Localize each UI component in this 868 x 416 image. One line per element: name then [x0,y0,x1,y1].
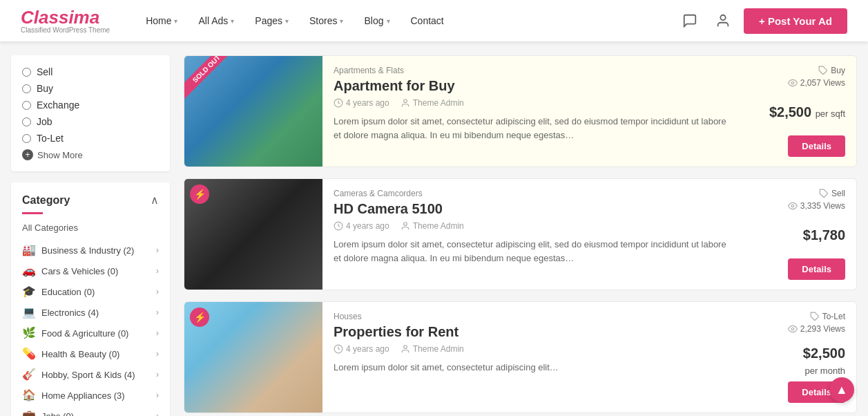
ad-tag-type: Sell [819,189,845,198]
collapse-button[interactable]: ∧ [151,193,159,207]
svg-point-4 [791,82,794,84]
ad-title[interactable]: Apartment for Buy [334,78,735,94]
messages-icon[interactable] [677,8,702,33]
chevron-down-icon: ▾ [174,17,177,25]
nav-stores[interactable]: Stores ▾ [301,10,351,32]
chevron-right-icon: › [156,266,159,276]
ad-image-wrapper: SOLD OUT [184,56,322,167]
ad-tag-type: Buy [818,66,845,75]
ad-price: $2,500 [803,346,845,361]
chevron-right-icon: › [156,370,159,379]
chevron-down-icon: ▾ [231,17,234,25]
details-button-camera[interactable]: Details [788,258,845,280]
nav-blog[interactable]: Blog ▾ [356,10,398,32]
eye-icon [788,324,798,334]
category-item-home-appliances[interactable]: 🏠 Home Appliances (3) › [22,385,159,406]
radio-tolet[interactable]: To-Let [22,133,159,144]
nav-pages[interactable]: Pages ▾ [247,10,297,32]
scroll-top-button[interactable]: ▲ [829,377,854,402]
category-item-electronics[interactable]: 💻 Electronics (4) › [22,302,159,323]
svg-point-2 [403,100,407,103]
radio-buy[interactable]: Buy [22,83,159,94]
ad-card-apartment: SOLD OUT Apartments & Flats Apartment fo… [184,55,857,167]
ad-views: 2,057 Views [788,78,845,88]
tag-icon [818,66,828,75]
ad-right-apartment: Buy 2,057 Views $2,500 per sqft Details [746,56,856,167]
ad-title[interactable]: HD Camera 5100 [334,201,735,217]
ad-price: $2,500 per sqft [769,104,845,120]
ad-category: Houses [334,312,735,321]
ad-time: 4 years ago [334,98,389,108]
ad-tags: To-Let 2,293 Views [788,312,845,334]
clock-icon [334,221,343,231]
header: Classima Classified WordPress Theme Home… [0,0,868,41]
category-title: Category [22,194,70,207]
svg-point-0 [720,15,725,20]
category-item-hobby[interactable]: 🎸 Hobby, Sport & Kids (4) › [22,364,159,385]
clock-icon [334,344,343,354]
ad-views: 2,293 Views [788,324,845,334]
category-item-jobs[interactable]: 💼 Jobs (0) › [22,406,159,416]
logo-sub: Classified WordPress Theme [21,26,110,34]
details-button-apartment[interactable]: Details [788,135,845,157]
chevron-right-icon: › [156,328,159,338]
radio-sell[interactable]: Sell [22,66,159,77]
nav-home[interactable]: Home ▾ [137,10,186,32]
user-icon [401,221,410,231]
eye-icon [788,78,798,88]
category-item-food[interactable]: 🌿 Food & Agriculture (0) › [22,323,159,343]
show-more-button[interactable]: + Show More [22,149,83,160]
category-item-cars[interactable]: 🚗 Cars & Vehicles (0) › [22,261,159,281]
chevron-right-icon: › [156,390,159,400]
chevron-down-icon: ▾ [340,17,343,25]
main-content: SOLD OUT Apartments & Flats Apartment fo… [184,55,857,416]
svg-point-12 [791,328,794,330]
user-icon[interactable] [711,8,735,33]
post-ad-button[interactable]: + Post Your Ad [744,8,847,34]
chevron-right-icon: › [156,245,159,255]
ad-author: Theme Admin [401,221,464,231]
tag-icon [810,312,820,321]
chevron-right-icon: › [156,349,159,359]
header-actions: + Post Your Ad [677,8,847,34]
ad-category: Apartments & Flats [334,66,735,75]
page-layout: Sell Buy Exchange Job To-Let [0,41,868,416]
education-icon: 🎓 [22,285,36,299]
clock-icon [334,98,343,108]
plus-icon: + [22,149,33,160]
user-icon [401,98,410,108]
radio-job[interactable]: Job [22,116,159,127]
hobby-icon: 🎸 [22,368,36,381]
cars-icon: 🚗 [22,264,36,278]
ad-category: Cameras & Camcorders [334,189,735,198]
ad-description: Lorem ipsum dolor sit amet, consectetur … [334,361,735,375]
radio-exchange[interactable]: Exchange [22,100,159,111]
svg-point-10 [403,346,407,349]
ad-price-container: $2,500 per month [803,346,845,376]
ad-tag-type: To-Let [810,312,845,321]
category-item-business[interactable]: 🏭 Business & Industry (2) › [22,240,159,261]
nav-all-ads[interactable]: All Ads ▾ [190,10,242,32]
logo-text: Classima [21,8,110,26]
logo[interactable]: Classima Classified WordPress Theme [21,8,110,34]
category-section: Category ∧ All Categories 🏭 Business & I… [11,182,170,416]
flash-badge: ⚡ [190,185,209,204]
ad-card-camera: ⚡ Cameras & Camcorders HD Camera 5100 4 … [184,178,857,290]
ad-card-house: ⚡ Houses Properties for Rent 4 years ago… [184,301,857,413]
category-header: Category ∧ [22,193,159,207]
ad-body-house: Houses Properties for Rent 4 years ago T… [322,302,746,413]
category-item-education[interactable]: 🎓 Education (0) › [22,281,159,302]
category-underline [22,212,43,214]
ad-title[interactable]: Properties for Rent [334,324,735,340]
ad-description: Lorem ipsum dolor sit amet, consectetur … [334,115,735,142]
main-nav: Home ▾ All Ads ▾ Pages ▾ Stores ▾ Blog ▾… [137,10,677,32]
ad-right-camera: Sell 3,335 Views $1,780 Details [746,179,856,290]
tag-icon [819,189,829,198]
ad-meta: 4 years ago Theme Admin [334,98,735,108]
health-icon: 💊 [22,347,36,361]
business-icon: 🏭 [22,243,36,257]
ad-time: 4 years ago [334,221,389,231]
all-categories-item[interactable]: All Categories [22,223,159,233]
nav-contact[interactable]: Contact [403,10,452,32]
category-item-health[interactable]: 💊 Health & Beauty (0) › [22,343,159,364]
